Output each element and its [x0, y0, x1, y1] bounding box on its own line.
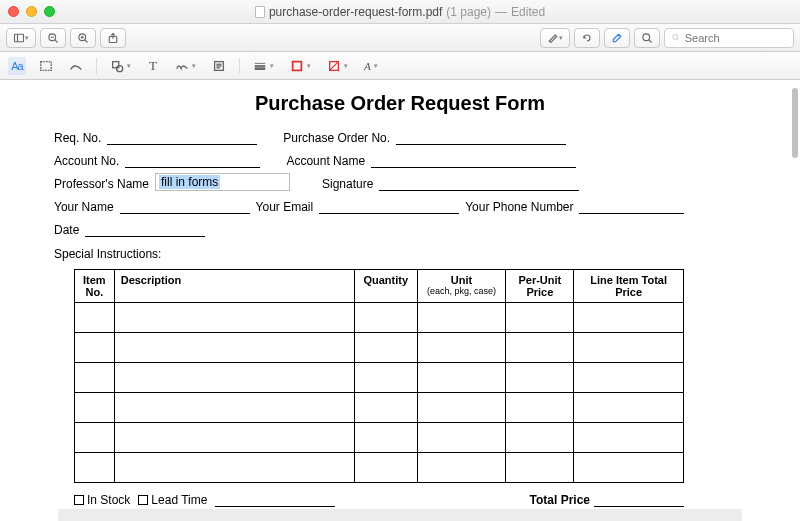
- table-row: [75, 363, 684, 393]
- your-email-field[interactable]: [319, 200, 459, 214]
- col-qty: Quantity: [354, 270, 417, 303]
- svg-line-6: [85, 39, 88, 42]
- table-row: [75, 423, 684, 453]
- po-no-label: Purchase Order No.: [283, 131, 390, 145]
- markup-toolbar: Aa ▾ T ▾ ▾ ▾ ▾ A▾: [0, 52, 800, 80]
- search-icon: [671, 32, 681, 43]
- req-no-field[interactable]: [107, 131, 257, 145]
- minimize-icon[interactable]: [26, 6, 37, 17]
- document-canvas: Purchase Order Request Form Req. No. Pur…: [0, 80, 800, 521]
- total-price-field[interactable]: [594, 493, 684, 507]
- highlight-button[interactable]: ▾: [540, 28, 570, 48]
- svg-point-12: [643, 33, 650, 40]
- special-instructions-label: Special Instructions:: [54, 247, 746, 261]
- rect-select-tool[interactable]: [36, 57, 56, 75]
- divider: [96, 58, 97, 74]
- lead-time-field[interactable]: [215, 493, 335, 507]
- note-tool[interactable]: [209, 57, 229, 75]
- acct-name-label: Account Name: [286, 154, 365, 168]
- svg-point-18: [117, 65, 123, 71]
- col-item-no: Item No.: [75, 270, 115, 303]
- date-label: Date: [54, 223, 79, 237]
- page-info: (1 page): [446, 5, 491, 19]
- your-name-label: Your Name: [54, 200, 114, 214]
- sketch-tool[interactable]: [66, 57, 86, 75]
- rotate-button[interactable]: [574, 28, 600, 48]
- document-icon: [255, 6, 265, 18]
- acct-no-field[interactable]: [125, 154, 260, 168]
- window-title: purchase-order-request-form.pdf (1 page)…: [0, 5, 800, 19]
- divider: [239, 58, 240, 74]
- req-no-label: Req. No.: [54, 131, 101, 145]
- svg-line-15: [677, 39, 679, 41]
- form-title: Purchase Order Request Form: [54, 92, 746, 115]
- edited-status: Edited: [511, 5, 545, 19]
- svg-line-13: [649, 39, 652, 42]
- prof-name-field[interactable]: fill in forms: [155, 173, 290, 191]
- sidebar-button[interactable]: ▾: [6, 28, 36, 48]
- prof-name-value: fill in forms: [159, 175, 220, 189]
- search-field[interactable]: [664, 28, 794, 48]
- sign-tool[interactable]: ▾: [172, 57, 199, 75]
- col-unit: Unit(each, pkg, case): [417, 270, 506, 303]
- col-per-unit: Per-Unit Price: [506, 270, 574, 303]
- app-window: purchase-order-request-form.pdf (1 page)…: [0, 0, 800, 521]
- window-controls: [8, 6, 55, 17]
- lead-time-checkbox[interactable]: Lead Time: [138, 493, 207, 507]
- col-desc: Description: [114, 270, 354, 303]
- titlebar: purchase-order-request-form.pdf (1 page)…: [0, 0, 800, 24]
- font-style-tool[interactable]: A▾: [361, 57, 381, 75]
- share-button[interactable]: [100, 28, 126, 48]
- total-price-label: Total Price: [530, 493, 590, 507]
- zoom-in-button[interactable]: [70, 28, 96, 48]
- svg-point-11: [619, 35, 620, 36]
- table-row: [75, 333, 684, 363]
- zoom-icon[interactable]: [44, 6, 55, 17]
- main-toolbar: ▾ ▾: [0, 24, 800, 52]
- svg-rect-16: [41, 61, 52, 70]
- signature-label: Signature: [322, 177, 373, 191]
- your-email-label: Your Email: [256, 200, 314, 214]
- svg-rect-26: [293, 61, 302, 70]
- signature-field[interactable]: [379, 177, 579, 191]
- svg-line-28: [330, 61, 339, 70]
- acct-no-label: Account No.: [54, 154, 119, 168]
- border-color-tool[interactable]: ▾: [287, 57, 314, 75]
- search-icon-toolbar[interactable]: [634, 28, 660, 48]
- prof-name-label: Professor's Name: [54, 177, 149, 191]
- items-table: Item No. Description Quantity Unit(each,…: [74, 269, 684, 483]
- date-field[interactable]: [85, 223, 205, 237]
- table-row: [75, 393, 684, 423]
- shapes-tool[interactable]: ▾: [107, 57, 134, 75]
- close-icon[interactable]: [8, 6, 19, 17]
- in-stock-checkbox[interactable]: In Stock: [74, 493, 130, 507]
- table-row: [75, 453, 684, 483]
- acct-name-field[interactable]: [371, 154, 576, 168]
- svg-rect-0: [15, 34, 24, 42]
- text-select-tool[interactable]: Aa: [8, 57, 26, 75]
- fill-color-tool[interactable]: ▾: [324, 57, 351, 75]
- zoom-out-button[interactable]: [40, 28, 66, 48]
- text-tool[interactable]: T: [144, 57, 162, 75]
- markup-button[interactable]: [604, 28, 630, 48]
- pdf-page[interactable]: Purchase Order Request Form Req. No. Pur…: [14, 80, 786, 521]
- po-no-field[interactable]: [396, 131, 566, 145]
- table-row: [75, 303, 684, 333]
- col-line-total: Line Item Total Price: [574, 270, 684, 303]
- scrollbar[interactable]: [792, 88, 798, 158]
- search-input[interactable]: [685, 32, 787, 44]
- your-name-field[interactable]: [120, 200, 250, 214]
- your-phone-field[interactable]: [579, 200, 684, 214]
- page-footer-bar: [58, 509, 742, 521]
- svg-point-14: [673, 34, 678, 39]
- your-phone-label: Your Phone Number: [465, 200, 573, 214]
- table-header-row: Item No. Description Quantity Unit(each,…: [75, 270, 684, 303]
- filename: purchase-order-request-form.pdf: [269, 5, 442, 19]
- line-style-tool[interactable]: ▾: [250, 57, 277, 75]
- svg-line-3: [55, 39, 58, 42]
